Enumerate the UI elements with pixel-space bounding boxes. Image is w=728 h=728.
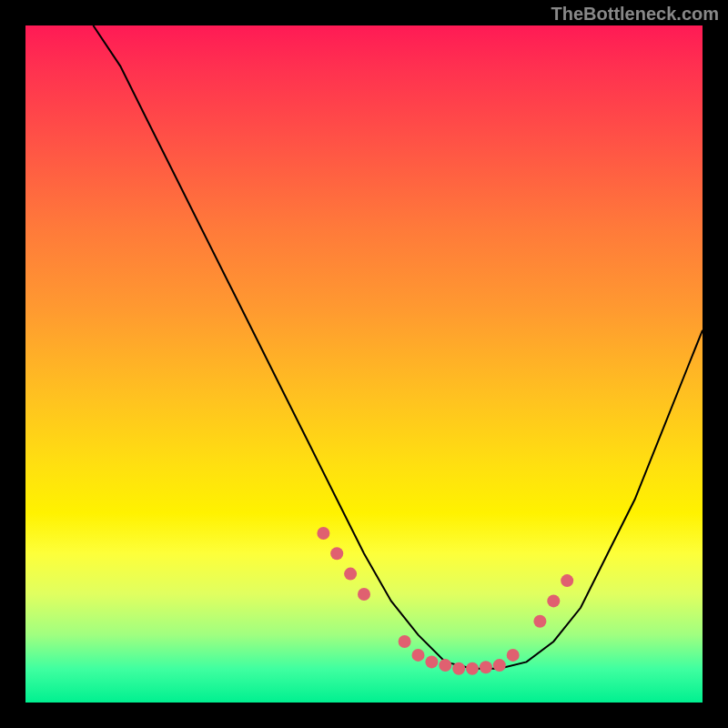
data-marker (439, 659, 451, 672)
data-marker (561, 574, 573, 587)
data-marker (547, 594, 560, 607)
chart-plot-area (25, 25, 703, 703)
data-marker (412, 649, 425, 662)
bottleneck-curve (93, 25, 703, 669)
data-marker (399, 635, 411, 648)
data-marker (344, 568, 357, 581)
data-marker (480, 661, 492, 673)
data-marker (358, 588, 370, 601)
data-marker (507, 649, 520, 662)
data-marker (317, 527, 329, 540)
data-marker (466, 662, 479, 675)
data-marker (330, 547, 343, 560)
data-marker (425, 655, 438, 668)
chart-svg (25, 25, 703, 703)
watermark-text: TheBottleneck.com (551, 4, 719, 25)
data-marker (533, 615, 546, 628)
data-marker (452, 662, 465, 675)
data-markers (317, 527, 573, 675)
data-marker (493, 659, 506, 672)
